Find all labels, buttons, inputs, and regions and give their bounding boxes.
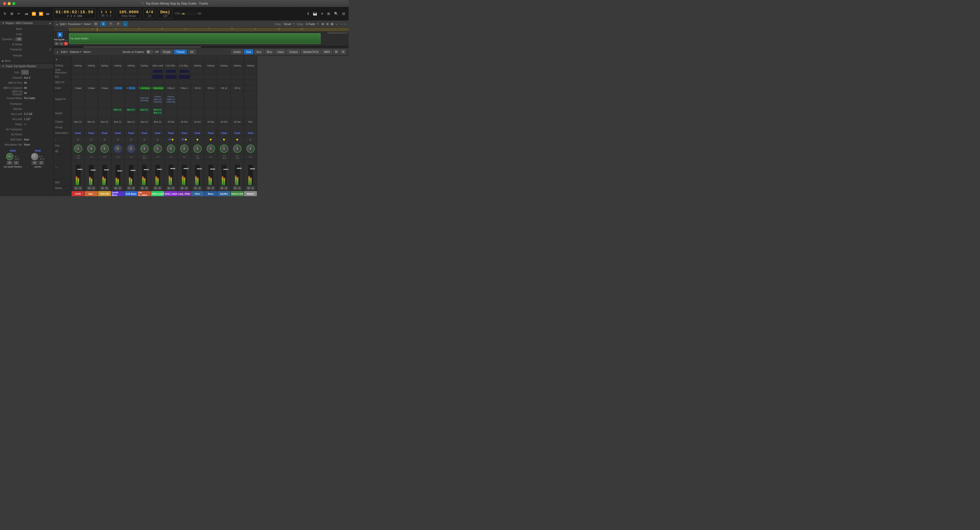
region-header[interactable]: ▼ Region: MIDI Defaults ▲ [0, 21, 53, 26]
strip-setting[interactable]: Setting [72, 63, 84, 69]
mixer-edit-dropdown[interactable]: Edit ▾ [61, 50, 68, 53]
strip-mute-btn[interactable]: M [233, 187, 237, 190]
strip-automation[interactable]: Read [244, 130, 257, 136]
strip-solo-btn[interactable]: S [118, 187, 121, 190]
strip-input[interactable]: ⊕ ES M [111, 85, 124, 91]
strip-sends[interactable] [72, 108, 84, 119]
strip-waveform[interactable]: ≋● [164, 136, 177, 143]
strip-audio-fx[interactable]: Chan EQSt-Delay [138, 91, 151, 108]
strip-mute-btn[interactable]: M [193, 187, 197, 190]
strip-mute-btn[interactable]: M [220, 187, 224, 190]
strip-fader[interactable] [72, 160, 84, 185]
strip-name[interactable]: Alien Lead [151, 191, 164, 196]
strip-audio-fx[interactable] [218, 91, 231, 108]
strip-fader[interactable] [124, 160, 138, 185]
strip-waveform[interactable]: ● [218, 136, 231, 143]
strip-solo-btn[interactable]: S [105, 187, 108, 190]
close-button[interactable] [3, 2, 6, 5]
strip-input[interactable]: ⊕ B 12 [231, 85, 244, 91]
strip-mute-btn[interactable]: M [180, 187, 184, 190]
strip-solo-btn[interactable]: S [238, 187, 241, 190]
functions-dropdown[interactable]: Functions ▾ [68, 22, 82, 26]
loop-button[interactable]: ⟳ [115, 21, 121, 26]
strip-waveform[interactable]: ● [244, 136, 257, 143]
track-record-btn[interactable]: R [64, 42, 68, 45]
strip-output[interactable]: St Out [231, 119, 244, 125]
track-solo-btn[interactable]: S [59, 42, 64, 45]
track-mute-btn[interactable]: M [54, 42, 59, 45]
region-arrow-up[interactable]: ▲ [49, 22, 51, 24]
fader2-mute-button[interactable]: M [32, 161, 37, 165]
strip-output[interactable]: Bus 12 [138, 119, 151, 125]
strip-sends[interactable]: Bus 3 ◎Bus 1 ◎ [151, 108, 164, 119]
sof-toggle[interactable] [146, 50, 153, 54]
strip-eq[interactable] [231, 74, 244, 80]
strip-waveform[interactable]: ● [98, 136, 111, 143]
strip-mute-btn[interactable]: M [247, 187, 250, 190]
strip-input[interactable]: ⊕ Bus 1 [178, 85, 191, 91]
strip-pan[interactable] [231, 143, 244, 154]
strip-audio-fx[interactable] [111, 91, 124, 108]
strip-solo-btn[interactable]: S [158, 187, 161, 190]
strip-setting[interactable]: Setting [204, 63, 217, 69]
go-to-end-button[interactable]: ⏭ [45, 11, 51, 17]
strip-sends[interactable]: Bus 3 ◎ [111, 108, 124, 119]
strip-name[interactable]: Synths [218, 191, 231, 196]
strip-sends[interactable] [178, 108, 191, 119]
fast-forward-button[interactable]: ⏩ [38, 11, 44, 17]
snap-chevron[interactable]: ▾ [293, 22, 295, 26]
fader2-solo-button[interactable]: S [38, 161, 44, 165]
strip-name[interactable]: Stereo Out [231, 191, 244, 196]
strip-waveform[interactable]: ● [138, 136, 151, 143]
strip-waveform[interactable]: ● [231, 136, 244, 143]
strip-mute-btn[interactable]: M [154, 187, 158, 190]
strip-eq[interactable] [178, 74, 191, 80]
strip-setting[interactable]: Setting [98, 63, 111, 69]
strip-input[interactable]: ⊕ RetroSyn [151, 85, 164, 91]
strip-fader[interactable] [231, 160, 244, 185]
strip-pan[interactable] [204, 143, 217, 154]
drag-value[interactable]: X-Fade [306, 22, 315, 26]
strip-sends[interactable] [98, 108, 111, 119]
strip-solo-btn[interactable]: S [171, 187, 175, 190]
strip-audio-fx[interactable] [98, 91, 111, 108]
strip-output[interactable]: Bus 10 [98, 119, 111, 125]
strip-output[interactable]: St Out [178, 119, 191, 125]
strip-solo-btn[interactable]: S [251, 187, 254, 190]
strip-audio-fx[interactable] [244, 91, 257, 108]
filter-audio-btn[interactable]: Audio [231, 49, 243, 54]
filter-bus-btn[interactable]: Bus [265, 49, 274, 54]
fader1-knob[interactable]: +19 [6, 153, 13, 160]
strip-audio-fx[interactable]: ChorusSpace DChan EQ [164, 91, 177, 108]
strip-setting[interactable]: Setting [138, 63, 151, 69]
fader1-solo-button[interactable]: S [14, 161, 19, 165]
strip-fader[interactable] [218, 160, 231, 185]
strip-eq[interactable] [204, 74, 217, 80]
edit-dropdown[interactable]: Edit ▾ [60, 22, 67, 26]
strip-solo-btn[interactable]: S [145, 187, 148, 190]
strip-pan[interactable] [244, 143, 257, 154]
strip-name[interactable]: Master [244, 191, 257, 196]
strip-solo-btn[interactable]: S [92, 187, 95, 190]
strip-output[interactable]: Bus 10 [85, 119, 98, 125]
strip-pan[interactable] [191, 143, 204, 154]
strip-sends[interactable]: Bus 3 ◎ [138, 108, 151, 119]
minimize-button[interactable] [8, 2, 11, 5]
strip-eq[interactable] [111, 74, 124, 80]
strip-pan[interactable] [138, 143, 151, 154]
strip-output[interactable]: St Out [204, 119, 217, 125]
strip-setting[interactable]: 4.4s Big... [178, 63, 191, 69]
strip-eq[interactable] [85, 74, 98, 80]
strip-setting[interactable]: 1.0s Villa... [164, 63, 177, 69]
strip-automation[interactable]: Read [85, 130, 98, 136]
key-display[interactable]: Dmaj 129 [158, 9, 172, 19]
list-view-button[interactable]: ☰ [100, 21, 107, 26]
strip-name[interactable]: E-Kit [72, 191, 84, 196]
strip-automation[interactable]: Read [151, 130, 164, 136]
maximize-button[interactable] [12, 2, 15, 5]
strip-pan[interactable] [124, 143, 138, 154]
region-block-1[interactable]: Fat Synth Rhythm [69, 33, 321, 44]
strip-name[interactable]: Sub Bass [124, 191, 138, 196]
filter-inst-btn[interactable]: Inst [244, 49, 253, 54]
filter-aux-btn[interactable]: Aux [254, 49, 264, 54]
